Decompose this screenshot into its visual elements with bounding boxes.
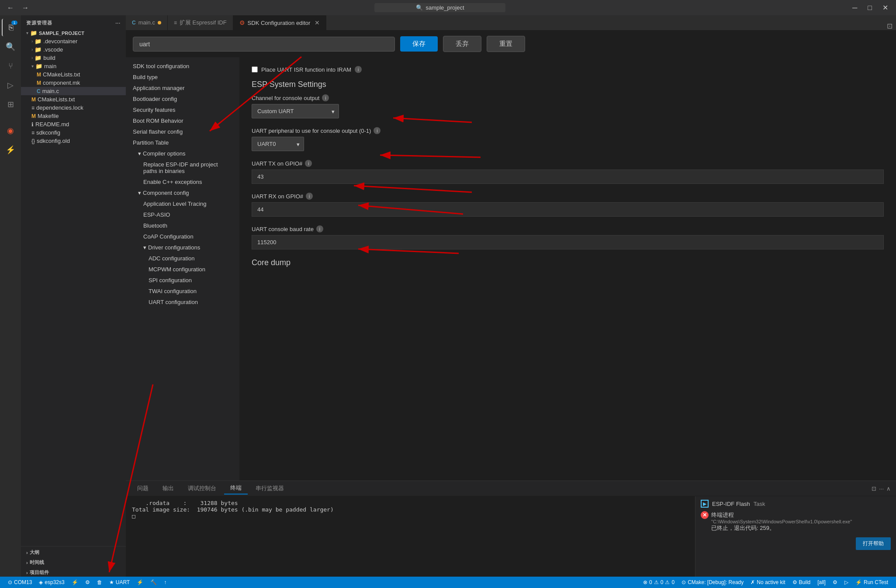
sdk-nav-cpp-exceptions[interactable]: Enable C++ exceptions <box>126 176 239 187</box>
sdk-nav-uart[interactable]: UART configuration <box>126 297 239 308</box>
status-upload-icon[interactable]: ↑ <box>160 577 170 588</box>
tree-item-vscode[interactable]: › 📁 .vscode <box>21 45 126 54</box>
uart-baud-input[interactable] <box>252 235 884 249</box>
editor-layout-icon[interactable]: ⊡ <box>883 22 896 30</box>
activity-explorer[interactable]: ⎘ 1 <box>2 19 19 36</box>
console-output-select[interactable]: Custom UART UART0 USB CDC None <box>252 104 339 118</box>
tree-item-main-c[interactable]: C main.c <box>21 87 126 95</box>
sidebar-section-components[interactable]: › 项目组件 <box>21 567 126 577</box>
uart-rx-info-icon[interactable]: i <box>306 193 313 200</box>
status-build-btn[interactable]: ⚙ Build <box>789 577 814 588</box>
tab-problems[interactable]: 问题 <box>131 483 155 494</box>
console-info-icon[interactable]: i <box>322 94 329 101</box>
sdk-nav-driver[interactable]: ▾ Driver configurations <box>126 242 239 253</box>
close-button[interactable]: ✕ <box>879 3 892 13</box>
tree-item-component-mk[interactable]: M component.mk <box>21 79 126 87</box>
sdk-nav-coap[interactable]: CoAP Configuration <box>126 231 239 242</box>
activity-flash[interactable]: ⚡ <box>2 141 19 159</box>
uart-peripheral-info-icon[interactable]: i <box>374 127 381 134</box>
terminal-menu-icon[interactable]: ··· <box>879 485 884 492</box>
sdk-nav-component[interactable]: ▾ Component config <box>126 187 239 198</box>
split-terminal-icon[interactable]: ⊡ <box>872 485 876 492</box>
sidebar-section-outline[interactable]: › 大纲 <box>21 546 126 557</box>
sdk-nav-twai[interactable]: TWAI configuration <box>126 286 239 297</box>
tree-item-cmakelists-main[interactable]: M CMakeLists.txt <box>21 70 126 79</box>
iram-checkbox[interactable] <box>252 66 258 73</box>
sdk-nav-adc[interactable]: ADC configuration <box>126 253 239 264</box>
status-cmake[interactable]: ⊙ CMake: [Debug]: Ready <box>678 577 747 588</box>
uart-baud-info-icon[interactable]: i <box>316 225 323 232</box>
status-port[interactable]: ⊙ COM13 <box>4 577 35 588</box>
uart-tx-input[interactable] <box>252 169 884 184</box>
status-run-icon[interactable]: ▷ <box>841 577 852 588</box>
status-all[interactable]: [all] <box>814 577 829 588</box>
status-chip[interactable]: ◈ esp32s3 <box>35 577 68 588</box>
tree-item-makefile[interactable]: M Makefile <box>21 112 126 120</box>
tree-item-sdkconfig-old[interactable]: {} sdkconfig.old <box>21 137 126 145</box>
activity-search[interactable]: 🔍 <box>2 38 19 55</box>
close-icon[interactable]: ✕ <box>315 19 320 26</box>
sdk-nav-spi[interactable]: SPI configuration <box>126 275 239 286</box>
sdk-nav-build-type[interactable]: Build type <box>126 72 239 83</box>
tab-espressif-idf[interactable]: ≡ 扩展 Espressif IDF <box>168 15 233 30</box>
sdk-nav-replace-paths[interactable]: Replace ESP-IDF and project paths in bin… <box>126 159 239 176</box>
open-help-button[interactable]: 打开帮助 <box>856 537 891 550</box>
tree-item-readme[interactable]: ℹ README.md <box>21 120 126 128</box>
tree-item-sample-project[interactable]: ▾ 📁 SAMPLE_PROJECT <box>21 29 126 37</box>
discard-button[interactable]: 丢弃 <box>443 36 481 52</box>
activity-scm[interactable]: ⑂ <box>2 57 19 75</box>
close-panel-icon[interactable]: ∧ <box>886 485 891 492</box>
sdk-nav-bootloader[interactable]: Bootloader config <box>126 93 239 104</box>
tab-sdk-config[interactable]: ⚙ SDK Configuration editor ✕ <box>233 15 327 30</box>
tree-item-cmakelists[interactable]: M CMakeLists.txt <box>21 95 126 104</box>
uart-peripheral-select[interactable]: UART0 UART1 <box>252 137 304 151</box>
status-delete-icon[interactable]: 🗑 <box>93 577 106 588</box>
reset-button[interactable]: 重置 <box>487 36 525 52</box>
sdk-nav-esp-asio[interactable]: ESP-ASIO <box>126 209 239 220</box>
status-ctest[interactable]: ⚡ Run CTest <box>852 577 892 588</box>
sdk-nav-app-manager[interactable]: Application manager <box>126 83 239 93</box>
sdk-nav-sdk-tool[interactable]: SDK tool configuration <box>126 61 239 72</box>
tree-item-dependencies[interactable]: ≡ dependencies.lock <box>21 104 126 112</box>
status-errors[interactable]: ⊗ 0 ⚠ 0 ⚠ 0 <box>640 577 678 588</box>
status-settings2-icon[interactable]: ⚙ <box>829 577 841 588</box>
sdk-nav-partition[interactable]: Partition Table <box>126 137 239 148</box>
tab-terminal[interactable]: 终端 <box>224 482 248 495</box>
tab-main-c[interactable]: C main.c <box>126 15 168 30</box>
status-no-kit[interactable]: ✗ No active kit <box>747 577 789 588</box>
sidebar-menu-icon[interactable]: ··· <box>115 21 121 26</box>
sdk-nav-bluetooth[interactable]: Bluetooth <box>126 220 239 231</box>
sdk-nav-mcpwm[interactable]: MCPWM configuration <box>126 264 239 275</box>
tree-item-main[interactable]: ▾ 📁 main <box>21 62 126 70</box>
status-power-icon[interactable]: ⚡ <box>133 577 147 588</box>
sdk-nav-bootrom[interactable]: Boot ROM Behavior <box>126 115 239 126</box>
sdk-nav-serial[interactable]: Serial flasher config <box>126 126 239 137</box>
status-uart[interactable]: ★ UART <box>106 577 133 588</box>
tree-item-build[interactable]: › 📁 build <box>21 54 126 62</box>
tab-serial-monitor[interactable]: 串行监视器 <box>249 483 290 494</box>
maximize-button[interactable]: □ <box>864 3 875 13</box>
back-button[interactable]: ← <box>4 3 17 13</box>
activity-run[interactable]: ▷ <box>2 76 19 94</box>
forward-button[interactable]: → <box>19 3 31 13</box>
activity-extensions[interactable]: ⊞ <box>2 96 19 113</box>
tree-item-sdkconfig[interactable]: ≡ sdkconfig <box>21 128 126 137</box>
tree-item-devcontainer[interactable]: › 📁 .devcontainer <box>21 37 126 45</box>
minimize-button[interactable]: ─ <box>849 3 861 13</box>
sdk-nav-security[interactable]: Security features <box>126 104 239 115</box>
iram-info-icon[interactable]: i <box>355 66 362 73</box>
save-button[interactable]: 保存 <box>400 36 438 52</box>
status-build-icon[interactable]: 🔨 <box>147 577 160 588</box>
status-settings-icon[interactable]: ⚙ <box>82 577 93 588</box>
sdk-search-input[interactable] <box>133 37 395 52</box>
uart-tx-info-icon[interactable]: i <box>305 160 312 167</box>
tab-debug-console[interactable]: 调试控制台 <box>182 483 222 494</box>
status-flash-icons[interactable]: ⚡ <box>68 577 82 588</box>
activity-espressif[interactable]: ◉ <box>2 122 19 139</box>
sdk-nav-compiler[interactable]: ▾ Compiler options <box>126 148 239 159</box>
tab-output[interactable]: 输出 <box>156 483 180 494</box>
chevron-right-icon: › <box>31 55 33 60</box>
sidebar-section-timeline[interactable]: › 时间线 <box>21 557 126 567</box>
sdk-nav-app-tracing[interactable]: Application Level Tracing <box>126 198 239 209</box>
uart-rx-input[interactable] <box>252 202 884 217</box>
